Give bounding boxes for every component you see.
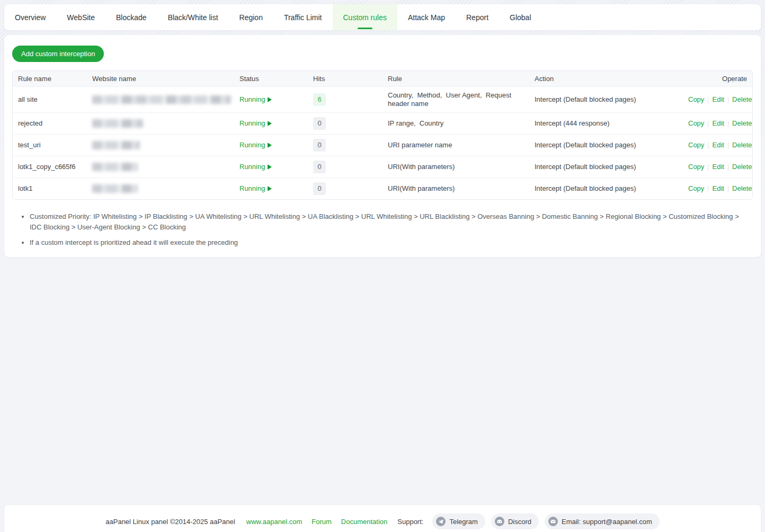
operate-divider: | bbox=[707, 119, 709, 128]
copy-link[interactable]: Copy bbox=[688, 184, 704, 193]
tab-custom-rules[interactable]: Custom rules bbox=[333, 4, 397, 30]
status-toggle[interactable]: Running bbox=[239, 119, 303, 128]
email-label: Email: support@aapanel.com bbox=[562, 518, 652, 526]
header-rule: Rule bbox=[382, 75, 529, 83]
delete-link[interactable]: Delete bbox=[732, 95, 752, 104]
operate-divider: | bbox=[727, 141, 729, 149]
delete-link[interactable]: Delete bbox=[732, 119, 752, 128]
delete-link[interactable]: Delete bbox=[732, 141, 752, 149]
rule-name-cell: test_uri bbox=[13, 137, 87, 154]
hits-badge: 0 bbox=[313, 117, 326, 130]
website-name-redacted bbox=[92, 119, 143, 128]
header-hits: Hits bbox=[308, 75, 382, 83]
website-name-cell bbox=[87, 137, 234, 154]
website-name-cell bbox=[87, 91, 234, 108]
hits-badge: 0 bbox=[313, 161, 326, 173]
tab-black-white-list[interactable]: Black/White list bbox=[157, 4, 229, 30]
copy-link[interactable]: Copy bbox=[688, 141, 704, 149]
notes-list: Customized Priority: IP Whitelisting > I… bbox=[12, 211, 741, 248]
status-label: Running bbox=[239, 119, 265, 128]
header-rule-name: Rule name bbox=[13, 75, 87, 83]
rule-cell: Country, Method, User Agent, Request hea… bbox=[382, 87, 529, 112]
table-row: lotk1 Running 0 URI(With parameters) Int… bbox=[13, 178, 752, 199]
documentation-link[interactable]: Documentation bbox=[341, 518, 387, 526]
header-status: Status bbox=[234, 75, 308, 83]
status-toggle[interactable]: Running bbox=[239, 95, 303, 104]
edit-link[interactable]: Edit bbox=[712, 95, 724, 104]
website-name-redacted bbox=[92, 141, 140, 149]
play-icon bbox=[268, 121, 272, 126]
rule-cell: URI parameter name bbox=[382, 137, 529, 154]
rules-table: Rule name Website name Status Hits Rule … bbox=[12, 70, 753, 200]
status-toggle[interactable]: Running bbox=[239, 141, 303, 149]
delete-link[interactable]: Delete bbox=[732, 184, 752, 193]
operate-divider: | bbox=[707, 95, 709, 104]
hits-badge: 6 bbox=[313, 93, 326, 106]
telegram-badge[interactable]: Telegram bbox=[432, 513, 485, 529]
status-toggle[interactable]: Running bbox=[239, 184, 303, 193]
rule-cell: IP range, Country bbox=[382, 115, 529, 132]
aapanel-site-link[interactable]: www.aapanel.com bbox=[246, 518, 303, 526]
copy-link[interactable]: Copy bbox=[688, 163, 704, 171]
tab-website[interactable]: WebSite bbox=[56, 4, 105, 30]
page-footer: aaPanel Linux panel ©2014-2025 aaPanel w… bbox=[4, 505, 761, 532]
copy-link[interactable]: Copy bbox=[688, 95, 704, 104]
table-row: rejected Running 0 IP range, Country Int… bbox=[13, 112, 752, 134]
telegram-label: Telegram bbox=[449, 518, 477, 526]
operate-divider: | bbox=[727, 184, 729, 193]
tab-overview[interactable]: Overview bbox=[4, 4, 56, 30]
discord-badge[interactable]: Discord bbox=[491, 513, 539, 529]
delete-link[interactable]: Delete bbox=[732, 163, 752, 171]
website-name-redacted bbox=[92, 163, 138, 171]
header-operate: Operate bbox=[683, 75, 752, 83]
edit-link[interactable]: Edit bbox=[712, 141, 724, 149]
header-action: Action bbox=[529, 75, 683, 83]
tab-report[interactable]: Report bbox=[456, 4, 499, 30]
tab-blockade[interactable]: Blockade bbox=[105, 4, 157, 30]
play-icon bbox=[268, 164, 272, 170]
note-custom-intercept: If a custom intercept is prioritized ahe… bbox=[30, 237, 741, 248]
edit-link[interactable]: Edit bbox=[712, 119, 724, 128]
rule-cell: URI(With parameters) bbox=[382, 180, 529, 197]
rule-name-cell: all site bbox=[13, 91, 87, 108]
status-label: Running bbox=[239, 141, 265, 149]
forum-link[interactable]: Forum bbox=[312, 518, 332, 526]
website-name-cell bbox=[87, 115, 234, 132]
note-priority: Customized Priority: IP Whitelisting > I… bbox=[30, 211, 741, 233]
rule-cell: URI(With parameters) bbox=[382, 158, 529, 175]
website-name-cell bbox=[87, 158, 234, 175]
status-toggle[interactable]: Running bbox=[239, 163, 303, 171]
email-badge[interactable]: Email: support@aapanel.com bbox=[545, 513, 660, 529]
header-website-name: Website name bbox=[87, 75, 234, 83]
status-label: Running bbox=[239, 184, 265, 193]
rule-name-cell: lotk1_copy_c665f6 bbox=[13, 158, 87, 175]
play-icon bbox=[268, 97, 272, 102]
action-cell: Intercept (Default blocked pages) bbox=[529, 91, 683, 108]
tab-region[interactable]: Region bbox=[229, 4, 273, 30]
operate-divider: | bbox=[707, 163, 709, 171]
tab-traffic-limit[interactable]: Traffic Limit bbox=[273, 4, 333, 30]
play-icon bbox=[268, 186, 272, 191]
operate-divider: | bbox=[727, 163, 729, 171]
website-name-redacted bbox=[92, 95, 231, 104]
operate-divider: | bbox=[707, 184, 709, 193]
discord-label: Discord bbox=[508, 518, 531, 526]
tab-attack-map[interactable]: Attack Map bbox=[397, 4, 456, 30]
hits-badge: 0 bbox=[313, 139, 326, 152]
status-label: Running bbox=[239, 163, 265, 171]
add-custom-interception-button[interactable]: Add custom interception bbox=[12, 46, 104, 62]
tab-global[interactable]: Global bbox=[499, 4, 541, 30]
operate-divider: | bbox=[727, 95, 729, 104]
edit-link[interactable]: Edit bbox=[712, 184, 724, 193]
support-label: Support: bbox=[397, 518, 423, 526]
table-row: test_uri Running 0 URI parameter name In… bbox=[13, 134, 752, 156]
copy-link[interactable]: Copy bbox=[688, 119, 704, 128]
rule-name-cell: lotk1 bbox=[13, 180, 87, 197]
edit-link[interactable]: Edit bbox=[712, 163, 724, 171]
action-cell: Intercept (Default blocked pages) bbox=[529, 180, 683, 197]
operate-divider: | bbox=[707, 141, 709, 149]
action-cell: Intercept (444 response) bbox=[529, 115, 683, 132]
website-name-cell bbox=[87, 180, 234, 197]
telegram-icon bbox=[436, 517, 446, 526]
top-tab-bar: Overview WebSite Blockade Black/White li… bbox=[4, 4, 761, 30]
